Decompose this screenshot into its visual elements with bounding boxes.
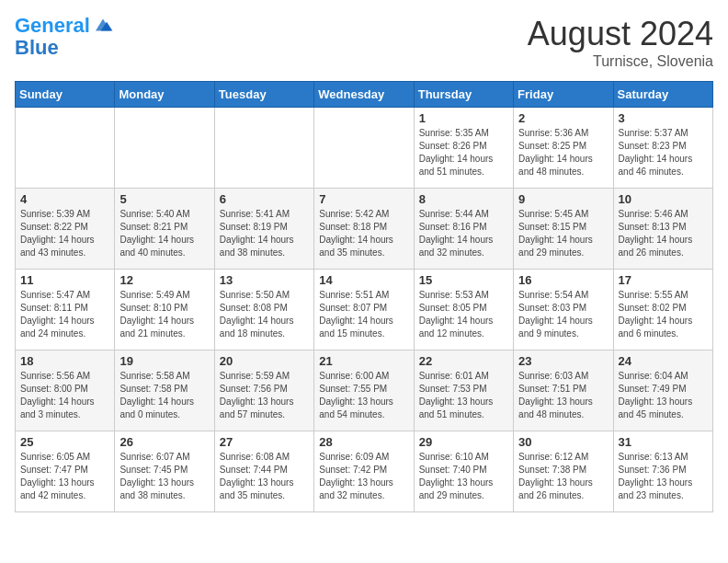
calendar-cell [214, 108, 313, 189]
calendar-cell: 1Sunrise: 5:35 AM Sunset: 8:26 PM Daylig… [414, 108, 513, 189]
day-number: 25 [20, 435, 109, 449]
calendar-cell: 20Sunrise: 5:59 AM Sunset: 7:56 PM Dayli… [214, 350, 313, 431]
day-info: Sunrise: 5:59 AM Sunset: 7:56 PM Dayligh… [220, 370, 309, 421]
day-info: Sunrise: 5:42 AM Sunset: 8:18 PM Dayligh… [319, 208, 408, 259]
calendar-cell: 21Sunrise: 6:00 AM Sunset: 7:55 PM Dayli… [314, 350, 414, 431]
calendar-cell: 6Sunrise: 5:41 AM Sunset: 8:19 PM Daylig… [214, 189, 313, 270]
day-info: Sunrise: 6:05 AM Sunset: 7:47 PM Dayligh… [20, 451, 109, 502]
day-number: 10 [619, 192, 708, 206]
calendar-cell: 12Sunrise: 5:49 AM Sunset: 8:10 PM Dayli… [115, 270, 214, 350]
day-info: Sunrise: 6:07 AM Sunset: 7:45 PM Dayligh… [119, 451, 209, 502]
day-number: 1 [419, 111, 508, 125]
day-number: 19 [119, 354, 209, 368]
calendar-cell: 30Sunrise: 6:12 AM Sunset: 7:38 PM Dayli… [514, 431, 613, 512]
title-block: August 2024 Turnisce, Slovenia [528, 15, 713, 70]
day-info: Sunrise: 5:56 AM Sunset: 8:00 PM Dayligh… [20, 370, 109, 421]
calendar-week-row: 11Sunrise: 5:47 AM Sunset: 8:11 PM Dayli… [16, 270, 713, 350]
day-number: 30 [518, 435, 608, 449]
calendar-week-row: 4Sunrise: 5:39 AM Sunset: 8:22 PM Daylig… [16, 189, 713, 270]
calendar-cell [314, 108, 414, 189]
day-number: 14 [319, 273, 408, 287]
calendar-cell: 15Sunrise: 5:53 AM Sunset: 8:05 PM Dayli… [414, 270, 513, 350]
weekday-header: Sunday [16, 82, 115, 108]
calendar-cell: 18Sunrise: 5:56 AM Sunset: 8:00 PM Dayli… [16, 350, 115, 431]
day-info: Sunrise: 5:36 AM Sunset: 8:25 PM Dayligh… [518, 127, 608, 178]
day-info: Sunrise: 5:55 AM Sunset: 8:02 PM Dayligh… [619, 289, 708, 340]
day-info: Sunrise: 6:13 AM Sunset: 7:36 PM Dayligh… [619, 451, 708, 502]
day-info: Sunrise: 5:35 AM Sunset: 8:26 PM Dayligh… [419, 127, 508, 178]
weekday-header: Monday [115, 82, 214, 108]
day-number: 4 [20, 192, 109, 206]
calendar-cell: 23Sunrise: 6:03 AM Sunset: 7:51 PM Dayli… [514, 350, 613, 431]
day-number: 8 [419, 192, 508, 206]
logo-text: General [15, 15, 90, 37]
calendar-cell [16, 108, 115, 189]
day-number: 5 [119, 192, 209, 206]
calendar-cell: 26Sunrise: 6:07 AM Sunset: 7:45 PM Dayli… [115, 431, 214, 512]
day-info: Sunrise: 5:51 AM Sunset: 8:07 PM Dayligh… [319, 289, 408, 340]
weekday-header: Saturday [613, 82, 712, 108]
day-number: 22 [419, 354, 508, 368]
day-info: Sunrise: 5:44 AM Sunset: 8:16 PM Dayligh… [419, 208, 508, 259]
location-subtitle: Turnisce, Slovenia [528, 53, 713, 70]
day-info: Sunrise: 6:09 AM Sunset: 7:42 PM Dayligh… [319, 451, 408, 502]
calendar-cell: 10Sunrise: 5:46 AM Sunset: 8:13 PM Dayli… [613, 189, 712, 270]
day-number: 12 [119, 273, 209, 287]
day-info: Sunrise: 6:12 AM Sunset: 7:38 PM Dayligh… [518, 451, 608, 502]
calendar-cell: 29Sunrise: 6:10 AM Sunset: 7:40 PM Dayli… [414, 431, 513, 512]
calendar-week-row: 25Sunrise: 6:05 AM Sunset: 7:47 PM Dayli… [16, 431, 713, 512]
day-info: Sunrise: 5:54 AM Sunset: 8:03 PM Dayligh… [518, 289, 608, 340]
logo-icon [92, 14, 114, 36]
weekday-header: Thursday [414, 82, 513, 108]
weekday-header: Friday [514, 82, 613, 108]
weekday-header: Tuesday [214, 82, 313, 108]
month-year-title: August 2024 [528, 15, 713, 53]
day-info: Sunrise: 5:46 AM Sunset: 8:13 PM Dayligh… [619, 208, 708, 259]
calendar-cell: 3Sunrise: 5:37 AM Sunset: 8:23 PM Daylig… [613, 108, 712, 189]
day-number: 9 [518, 192, 608, 206]
day-number: 17 [619, 273, 708, 287]
calendar-cell: 24Sunrise: 6:04 AM Sunset: 7:49 PM Dayli… [613, 350, 712, 431]
calendar-cell: 7Sunrise: 5:42 AM Sunset: 8:18 PM Daylig… [314, 189, 414, 270]
calendar-table: SundayMondayTuesdayWednesdayThursdayFrid… [15, 81, 713, 512]
calendar-cell: 11Sunrise: 5:47 AM Sunset: 8:11 PM Dayli… [16, 270, 115, 350]
calendar-cell: 5Sunrise: 5:40 AM Sunset: 8:21 PM Daylig… [115, 189, 214, 270]
day-number: 13 [220, 273, 309, 287]
calendar-cell: 22Sunrise: 6:01 AM Sunset: 7:53 PM Dayli… [414, 350, 513, 431]
day-info: Sunrise: 5:50 AM Sunset: 8:08 PM Dayligh… [220, 289, 309, 340]
calendar-cell: 14Sunrise: 5:51 AM Sunset: 8:07 PM Dayli… [314, 270, 414, 350]
day-info: Sunrise: 6:10 AM Sunset: 7:40 PM Dayligh… [419, 451, 508, 502]
calendar-cell: 27Sunrise: 6:08 AM Sunset: 7:44 PM Dayli… [214, 431, 313, 512]
day-number: 11 [20, 273, 109, 287]
day-info: Sunrise: 5:53 AM Sunset: 8:05 PM Dayligh… [419, 289, 508, 340]
day-number: 24 [619, 354, 708, 368]
calendar-cell: 9Sunrise: 5:45 AM Sunset: 8:15 PM Daylig… [514, 189, 613, 270]
day-info: Sunrise: 5:41 AM Sunset: 8:19 PM Dayligh… [220, 208, 309, 259]
day-info: Sunrise: 5:47 AM Sunset: 8:11 PM Dayligh… [20, 289, 109, 340]
day-number: 27 [220, 435, 309, 449]
day-info: Sunrise: 5:58 AM Sunset: 7:58 PM Dayligh… [119, 370, 209, 421]
day-info: Sunrise: 5:49 AM Sunset: 8:10 PM Dayligh… [119, 289, 209, 340]
day-info: Sunrise: 5:39 AM Sunset: 8:22 PM Dayligh… [20, 208, 109, 259]
day-info: Sunrise: 6:04 AM Sunset: 7:49 PM Dayligh… [619, 370, 708, 421]
day-info: Sunrise: 6:00 AM Sunset: 7:55 PM Dayligh… [319, 370, 408, 421]
day-info: Sunrise: 6:08 AM Sunset: 7:44 PM Dayligh… [220, 451, 309, 502]
weekday-header: Wednesday [314, 82, 414, 108]
day-info: Sunrise: 5:40 AM Sunset: 8:21 PM Dayligh… [119, 208, 209, 259]
calendar-cell: 16Sunrise: 5:54 AM Sunset: 8:03 PM Dayli… [514, 270, 613, 350]
day-number: 2 [518, 111, 608, 125]
calendar-cell: 8Sunrise: 5:44 AM Sunset: 8:16 PM Daylig… [414, 189, 513, 270]
day-info: Sunrise: 5:45 AM Sunset: 8:15 PM Dayligh… [518, 208, 608, 259]
day-number: 29 [419, 435, 508, 449]
day-number: 3 [619, 111, 708, 125]
day-info: Sunrise: 6:03 AM Sunset: 7:51 PM Dayligh… [518, 370, 608, 421]
calendar-cell: 31Sunrise: 6:13 AM Sunset: 7:36 PM Dayli… [613, 431, 712, 512]
calendar-week-row: 18Sunrise: 5:56 AM Sunset: 8:00 PM Dayli… [16, 350, 713, 431]
day-number: 21 [319, 354, 408, 368]
day-info: Sunrise: 6:01 AM Sunset: 7:53 PM Dayligh… [419, 370, 508, 421]
calendar-week-row: 1Sunrise: 5:35 AM Sunset: 8:26 PM Daylig… [16, 108, 713, 189]
calendar-cell: 4Sunrise: 5:39 AM Sunset: 8:22 PM Daylig… [16, 189, 115, 270]
calendar-body: 1Sunrise: 5:35 AM Sunset: 8:26 PM Daylig… [16, 108, 713, 512]
calendar-cell: 28Sunrise: 6:09 AM Sunset: 7:42 PM Dayli… [314, 431, 414, 512]
day-number: 15 [419, 273, 508, 287]
